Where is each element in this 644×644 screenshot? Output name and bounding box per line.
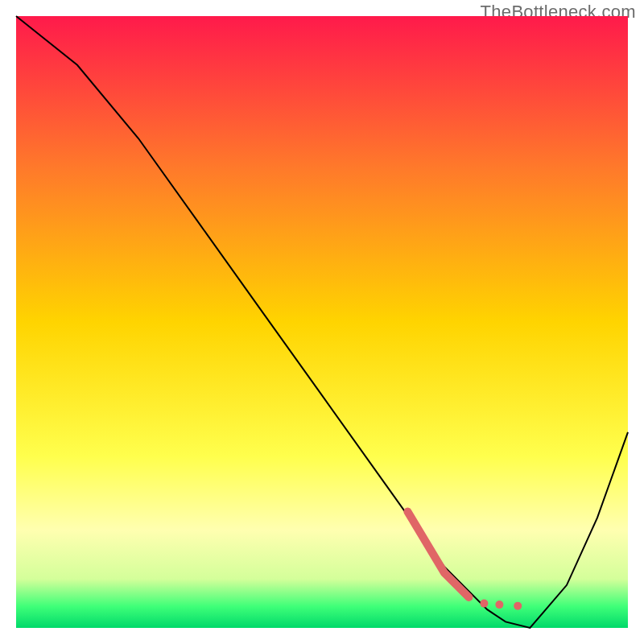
gradient-background (16, 16, 628, 628)
highlight-dot (480, 600, 488, 608)
bottleneck-chart (0, 0, 644, 644)
highlight-dot (514, 602, 522, 610)
chart-container: { "watermark": "TheBottleneck.com", "gra… (0, 0, 644, 644)
highlight-dot (495, 601, 503, 609)
